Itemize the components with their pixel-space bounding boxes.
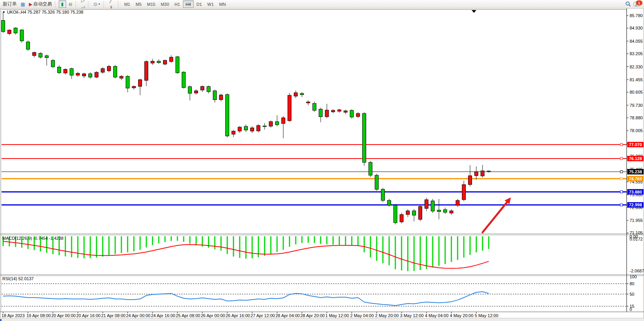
toolbar-grip [75, 1, 78, 7]
time-label: 4 May 20:00 [450, 313, 474, 318]
line-handle[interactable] [620, 204, 623, 206]
macd-histogram-bar [370, 236, 371, 257]
symbol-dropdown-icon[interactable]: ▼ [2, 10, 5, 14]
candle-body [70, 68, 74, 75]
candle-body [207, 87, 211, 92]
line-handle[interactable] [620, 157, 623, 160]
price-badge-label: 76.128 [629, 156, 642, 161]
zoom-out-button[interactable]: ⊖ [67, 0, 74, 8]
timeframe-button-m1[interactable]: M1 [121, 0, 133, 8]
timeframe-button-w1[interactable]: W1 [205, 0, 217, 8]
macd-histogram-bar [295, 236, 297, 244]
toolbar-grip [88, 1, 91, 7]
candle-body [163, 60, 167, 64]
search-icon[interactable] [625, 1, 631, 7]
macd-histogram-bar [84, 236, 85, 258]
macd-histogram-bar [96, 236, 97, 258]
candle-body [257, 126, 260, 131]
candle-body [375, 175, 379, 189]
candle-body [437, 210, 441, 212]
candle-body [58, 67, 61, 73]
timeframe-button-m5[interactable]: M5 [133, 0, 144, 8]
candle-body [406, 211, 410, 215]
candle-body [39, 53, 42, 57]
dropdown-caret-icon[interactable]: ▾ [98, 2, 100, 6]
timeframe-button-mn[interactable]: MN [216, 0, 228, 8]
macd-histogram-bar [208, 236, 209, 248]
macd-histogram-bar [364, 236, 365, 252]
price-tick-label: 80.605 [630, 90, 643, 94]
autotrade-play-icon: ▶ [29, 2, 32, 7]
candle-body [226, 94, 229, 136]
macd-histogram-bar [302, 236, 303, 243]
time-label: 20 Apr 00:00 [51, 313, 75, 318]
candle-body [288, 95, 291, 121]
macd-histogram-bar [414, 236, 415, 271]
candlestick-chart-button[interactable]: ▮ [59, 0, 66, 8]
candle-body [33, 52, 36, 56]
price-tick-label: 83.205 [630, 51, 643, 56]
price-badge-label: 74.769 [629, 176, 642, 181]
candle-body [425, 200, 428, 208]
line-handle[interactable] [620, 191, 623, 193]
candle-body [350, 110, 354, 117]
price-badge-label: 77.070 [629, 142, 642, 147]
candle-body [263, 126, 267, 127]
macd-histogram-bar [395, 236, 396, 269]
main-toolbar: 新订单 ◆▦◉ ▶ 自动交易 ‖▮╱ ⊕⊖▩ ▷◁ ＋▾⊙▾▤▾ ↖┼│─╱∥F… [0, 0, 644, 9]
candle-body [114, 66, 117, 77]
price-tick-label: 82.330 [630, 65, 643, 69]
candle-body [325, 110, 329, 117]
candle-body [45, 56, 49, 58]
autotrade-button[interactable]: ▶ 自动交易 [27, 0, 53, 8]
time-label: 28 Apr 04:00 [275, 313, 300, 318]
macd-histogram-bar [445, 236, 446, 264]
candle-body [469, 176, 472, 185]
timeframe-button-d1[interactable]: D1 [194, 0, 205, 8]
time-label: 1 May 12:00 [325, 313, 349, 318]
market-watch-icon-icon: ▦ [21, 2, 25, 7]
macd-histogram-bar [326, 236, 328, 244]
time-label: 5 May 12:00 [475, 313, 498, 318]
price-tick-label: 84.930 [630, 26, 643, 30]
candle-body [381, 189, 385, 201]
candle-body [8, 30, 11, 33]
periods-button[interactable]: ⊙▾ [92, 0, 102, 8]
timeframe-button-m15[interactable]: M15 [144, 0, 158, 8]
trend-arrow[interactable] [483, 202, 507, 232]
candle-body [269, 122, 273, 126]
chat-icon[interactable]: 1 [633, 2, 640, 7]
macd-histogram-bar [140, 236, 141, 250]
time-label: 25 Apr 08:00 [176, 313, 200, 318]
candle-body [107, 66, 111, 71]
macd-histogram-bar [333, 236, 334, 245]
new-order-button[interactable]: 新订单 [1, 0, 18, 8]
macd-histogram-bar [339, 236, 340, 245]
line-handle[interactable] [620, 143, 623, 146]
market-watch-icon[interactable]: ▦ [19, 0, 26, 8]
macd-histogram-bar [121, 236, 122, 253]
candle-body [213, 91, 217, 100]
timeframe-button-h1[interactable]: H1 [172, 0, 183, 8]
macd-histogram-bar [196, 236, 197, 245]
timeframe-button-m30[interactable]: M30 [158, 0, 172, 8]
macd-histogram-bar [252, 236, 253, 258]
macd-histogram-bar [389, 236, 390, 265]
trendline-button[interactable]: ╱ [107, 0, 115, 4]
line-handle[interactable] [620, 171, 623, 173]
timeframe-button-h4[interactable]: H4 [183, 0, 194, 8]
line-handle[interactable] [620, 178, 623, 180]
macd-histogram-bar [283, 236, 284, 250]
chart-title-text: UKOil-,H4 75.287 75.326 75.180 75.238 [7, 10, 83, 14]
candle-body [182, 72, 186, 88]
periods-icon: ⊙ [93, 2, 97, 7]
candle-body [419, 206, 422, 220]
macd-histogram-bar [233, 236, 234, 256]
zoom-out-icon: ⊖ [68, 2, 72, 7]
chart-canvas[interactable]: 85.78084.93084.05583.20582.33081.45580.6… [0, 9, 644, 318]
macd-histogram-bar [152, 236, 153, 245]
auto-scroll-button[interactable]: ▷ [79, 0, 87, 4]
candle-body [238, 127, 242, 131]
candle-body [157, 61, 161, 63]
macd-histogram-bar [451, 236, 452, 262]
